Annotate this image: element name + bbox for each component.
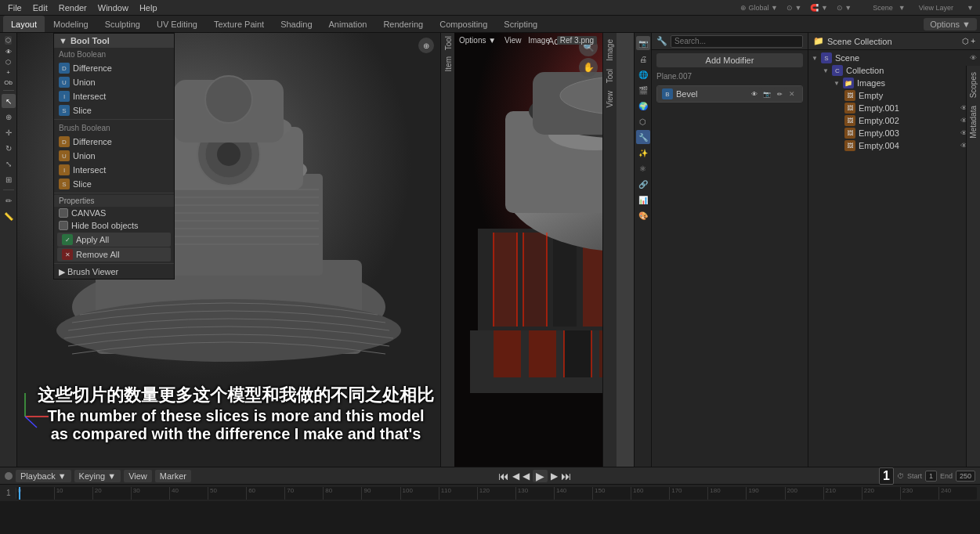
next-frame-btn[interactable]: ▶ (551, 471, 558, 482)
end-frame-input[interactable]: 250 (956, 471, 975, 482)
auto-difference-btn[interactable]: D Difference (54, 61, 174, 75)
add-modifier-btn[interactable]: Add Modifier (656, 53, 803, 67)
brush-viewer-btn[interactable]: ▶ Brush Viewer (54, 265, 174, 279)
jump-to-end-btn[interactable]: ⏭ (561, 470, 572, 482)
prop-output-icon[interactable]: 🖨 (636, 52, 650, 66)
collection-new-icon[interactable]: + (971, 37, 975, 45)
brush-difference-btn[interactable]: D Difference (54, 135, 174, 149)
brush-union-btn[interactable]: U Union (54, 149, 174, 163)
viewport-left[interactable]: User Perspective (1) Collection | Plane.… (17, 33, 454, 467)
scene-expand[interactable]: ▼ (812, 55, 819, 62)
collection-filter-icon[interactable]: ⬡ (962, 37, 969, 45)
hide-bool-checkbox[interactable] (59, 221, 68, 230)
start-frame-input[interactable]: 1 (925, 471, 937, 482)
viewport-right[interactable]: Active Tool 🔍 ✋ Image Tool View Options … (454, 33, 617, 467)
tab-compositing[interactable]: Compositing (432, 16, 495, 32)
menu-render[interactable]: Render (54, 0, 92, 15)
scene-select[interactable]: ▼ (895, 4, 909, 12)
move-tool[interactable]: ✛ (2, 125, 16, 139)
blender-logo-small[interactable] (5, 472, 13, 480)
scene-visibility[interactable]: 👁 (970, 54, 977, 62)
view-layer-select[interactable]: ▼ (964, 4, 977, 12)
mode-selector[interactable]: ⬡ (5, 36, 12, 45)
annotate-tool[interactable]: ✏ (2, 193, 16, 207)
images-expand[interactable]: ▼ (834, 80, 841, 87)
remove-all-btn[interactable]: ✕ Remove All (57, 247, 171, 262)
tab-rendering[interactable]: Rendering (375, 16, 431, 32)
brush-slice-btn[interactable]: S Slice (54, 177, 174, 191)
add-menu[interactable]: + (5, 68, 11, 77)
prop-search-input[interactable] (671, 35, 803, 48)
play-back-btn[interactable]: ◀ (523, 471, 530, 482)
tab-scripting[interactable]: Scripting (496, 16, 545, 32)
image-btn[interactable]: Image (528, 36, 550, 45)
view-menu[interactable]: 👁 (5, 48, 13, 56)
scene-item[interactable]: ▼ S Scene 👁 (808, 52, 980, 64)
prop-modifiers-icon[interactable]: 🔧 (636, 130, 650, 144)
select-tool[interactable]: ↖ (2, 94, 16, 108)
canvas-checkbox[interactable] (59, 208, 68, 218)
menu-edit[interactable]: Edit (28, 0, 52, 15)
auto-union-btn[interactable]: U Union (54, 75, 174, 89)
nav-hand[interactable]: ✋ (579, 58, 598, 77)
menu-window[interactable]: Window (93, 0, 133, 15)
tab-animation[interactable]: Animation (321, 16, 375, 32)
timeline-track[interactable]: 0 10 20 30 40 50 60 70 80 90 100 110 120… (16, 487, 977, 500)
tab-texture-paint[interactable]: Texture Paint (206, 16, 272, 32)
view-btn-bottom[interactable]: View (124, 470, 152, 482)
auto-intersect-btn[interactable]: I Intersect (54, 89, 174, 103)
jump-to-start-btn[interactable]: ⏮ (498, 470, 509, 482)
rotate-tool[interactable]: ↻ (2, 141, 16, 155)
side-tab-tool-right[interactable]: Tool (604, 66, 616, 86)
empty-item-3[interactable]: 🖼 Empty.003 👁 ⬡ (808, 127, 980, 139)
brush-intersect-btn[interactable]: I Intersect (54, 163, 174, 177)
nav-orbit[interactable]: ⊕ (418, 38, 434, 53)
current-frame-display[interactable]: 1 (879, 467, 894, 485)
modifier-close-btn[interactable]: ✕ (787, 88, 797, 99)
marker-btn[interactable]: Marker (155, 470, 191, 482)
empty-item-0[interactable]: 🖼 Empty 👁 (808, 89, 980, 102)
tab-uv-editing[interactable]: UV Editing (149, 16, 205, 32)
collection-expand[interactable]: ▼ (823, 67, 830, 74)
apply-all-btn[interactable]: ✓ Apply All (57, 233, 171, 247)
tab-layout[interactable]: Layout (3, 16, 45, 32)
prop-world-icon[interactable]: 🌍 (636, 99, 650, 113)
side-tab-image[interactable]: Image (604, 36, 616, 64)
auto-slice-btn[interactable]: S Slice (54, 103, 174, 117)
global-orientation[interactable]: ⊕ Global ▼ (737, 4, 781, 12)
transform-tool[interactable]: ⊞ (2, 172, 16, 186)
prop-object-icon[interactable]: ⬡ (636, 114, 650, 128)
side-tab-scopes[interactable]: Scopes (967, 69, 979, 101)
prop-constraints-icon[interactable]: 🔗 (636, 177, 650, 191)
side-tab-item[interactable]: Item (441, 53, 454, 74)
prev-frame-btn[interactable]: ◀ (512, 471, 519, 482)
workspace-options-btn[interactable]: Options ▼ (924, 18, 977, 31)
empty-item-1[interactable]: 🖼 Empty.001 👁 ⬡ (808, 102, 980, 114)
tab-shading[interactable]: Shading (273, 16, 320, 32)
side-tab-view[interactable]: View (604, 88, 616, 111)
side-tab-metadata[interactable]: Metadata (967, 103, 979, 142)
prop-scene-icon[interactable]: 🎬 (636, 83, 650, 97)
scale-tool[interactable]: ⤡ (2, 157, 16, 171)
prop-particles-icon[interactable]: ✨ (636, 146, 650, 160)
images-item[interactable]: ▼ 📁 Images 👁 (808, 77, 980, 89)
prop-physics-icon[interactable]: ⚛ (636, 161, 650, 175)
cursor-tool[interactable]: ⊕ (2, 110, 16, 124)
menu-file[interactable]: File (3, 0, 27, 15)
empty-item-2[interactable]: 🖼 Empty.002 👁 ⬡ (808, 114, 980, 127)
snap-toggle[interactable]: 🧲 ▼ (807, 4, 830, 12)
view-btn[interactable]: View (504, 36, 522, 45)
tab-sculpting[interactable]: Sculpting (97, 16, 148, 32)
timeline-cursor[interactable] (19, 487, 20, 500)
transform-pivot[interactable]: ⊙ ▼ (783, 4, 805, 12)
keying-btn[interactable]: Keying ▼ (74, 470, 121, 482)
menu-help[interactable]: Help (135, 0, 162, 15)
prop-data-icon[interactable]: 📊 (636, 193, 650, 207)
collection-item[interactable]: ▼ C Collection 👁 (808, 64, 980, 77)
empty-item-4[interactable]: 🖼 Empty.004 👁 ⬡ (808, 139, 980, 152)
proportional-edit[interactable]: ⊙ ▼ (834, 4, 855, 12)
side-tab-tool[interactable]: Tool (441, 33, 454, 53)
modifier-render-btn[interactable]: 📷 (761, 88, 772, 99)
tab-modeling[interactable]: Modeling (45, 16, 96, 32)
prop-view-layer-icon[interactable]: 🌐 (636, 67, 650, 81)
